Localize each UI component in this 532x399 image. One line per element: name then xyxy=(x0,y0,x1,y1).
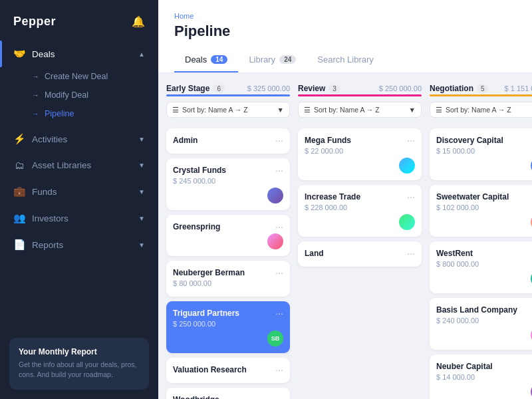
investors-icon: 👥 xyxy=(13,212,25,224)
kanban-col-review: Review 3 $ 250 000.00 ☰ Sort by: Name A … xyxy=(298,84,422,271)
app-logo: Pepper xyxy=(13,15,56,29)
chevron-down-icon: ▼ xyxy=(138,215,145,222)
deal-name: Admin xyxy=(173,136,198,145)
more-icon[interactable]: ··· xyxy=(275,221,283,232)
more-icon[interactable]: ··· xyxy=(407,135,415,146)
footer-title: Your Monthly Report xyxy=(19,347,140,356)
col-bar-early-stage xyxy=(166,94,290,96)
deal-card[interactable]: Greenspring ··· xyxy=(166,215,290,256)
sidebar-item-modify-deal[interactable]: → Modify Deal xyxy=(0,86,158,104)
more-icon[interactable]: ··· xyxy=(275,165,283,176)
deal-amount: $ 250 000.00 xyxy=(173,320,283,328)
sort-chevron-icon: ▼ xyxy=(409,106,416,114)
col-header-negotiation: Negotiation 5 $ 1 151 000.00 ☰ Sort by: … xyxy=(430,84,532,123)
avatar xyxy=(267,188,283,203)
deal-amount: $ 22 000.00 xyxy=(305,147,415,155)
deal-card[interactable]: Sweetwater Capital ··· $ 102 000.00 xyxy=(430,185,532,237)
avatar xyxy=(399,158,415,174)
deal-name: Mega Funds xyxy=(305,136,351,145)
tab-search-library[interactable]: Search Library xyxy=(307,49,384,72)
sort-label: Sort by: Name A → Z xyxy=(446,106,511,114)
more-icon[interactable]: ··· xyxy=(275,308,283,319)
deal-card[interactable]: Valuation Research ··· xyxy=(166,358,290,383)
deal-name: Land xyxy=(305,249,324,258)
deal-name: Triguard Partners xyxy=(173,309,239,318)
tab-deals[interactable]: Deals 14 xyxy=(174,49,238,72)
sidebar-header: Pepper 🔔 xyxy=(0,0,158,41)
sidebar-item-deals[interactable]: 🤝 Deals ▲ xyxy=(0,41,158,67)
sidebar-item-investors[interactable]: 👥 Investors ▼ xyxy=(0,205,158,231)
more-icon[interactable]: ··· xyxy=(275,394,283,399)
deal-amount: $ 14 000.00 xyxy=(436,373,532,381)
deal-card-highlighted[interactable]: Triguard Partners ··· $ 250 000.00 SB xyxy=(166,301,290,353)
more-icon[interactable]: ··· xyxy=(407,192,415,202)
deal-name: Basis Land Company xyxy=(436,305,517,315)
col-sort-negotiation[interactable]: ☰ Sort by: Name A → Z ▼ xyxy=(430,102,532,118)
more-icon[interactable]: ··· xyxy=(407,248,415,259)
more-icon[interactable]: ··· xyxy=(275,364,283,375)
avatar xyxy=(399,214,415,230)
sidebar-item-label: Asset Libraries xyxy=(32,160,138,170)
main-content: Home Pipeline Deals 14 Library 24 Search… xyxy=(158,0,532,399)
page-title: Pipeline xyxy=(174,23,516,40)
sidebar-item-create-new-deal[interactable]: → Create New Deal xyxy=(0,67,158,86)
chevron-down-icon: ▼ xyxy=(138,188,145,196)
sidebar-item-asset-libraries[interactable]: 🗂 Asset Libraries ▼ xyxy=(0,152,158,178)
sort-label: Sort by: Name A → Z xyxy=(182,106,248,114)
col-header-early-stage: Early Stage 6 $ 325 000.00 ☰ Sort by: Na… xyxy=(166,84,290,123)
deal-name: Neuber Capital xyxy=(436,362,493,371)
deal-card[interactable]: Admin ··· xyxy=(166,128,290,154)
col-amount-review: $ 250 000.00 xyxy=(379,84,422,92)
sidebar: Pepper 🔔 🤝 Deals ▲ → Create New Deal → M… xyxy=(0,0,158,399)
avatar xyxy=(267,233,283,249)
chevron-down-icon: ▼ xyxy=(138,241,145,249)
sidebar-item-reports[interactable]: 📄 Reports ▼ xyxy=(0,231,158,258)
bell-icon[interactable]: 🔔 xyxy=(132,15,145,28)
kanban-col-early-stage: Early Stage 6 $ 325 000.00 ☰ Sort by: Na… xyxy=(166,84,290,399)
col-title-negotiation: Negotiation xyxy=(430,84,473,93)
deal-amount: $ 102 000.00 xyxy=(436,203,532,211)
deal-card[interactable]: Neuberger Berman ··· $ 80 000.00 xyxy=(166,261,290,297)
chevron-down-icon: ▼ xyxy=(138,162,145,169)
chevron-up-icon: ▲ xyxy=(138,51,145,58)
col-sort-review[interactable]: ☰ Sort by: Name A → Z ▼ xyxy=(298,102,422,118)
sidebar-nav: 🤝 Deals ▲ → Create New Deal → Modify Dea… xyxy=(0,41,158,331)
col-sort-early-stage[interactable]: ☰ Sort by: Name A → Z ▼ xyxy=(166,102,290,118)
col-bar-review xyxy=(298,94,422,96)
sidebar-item-activities[interactable]: ⚡ Activities ▼ xyxy=(0,126,158,152)
arrow-icon: → xyxy=(32,91,39,99)
col-count-review: 3 xyxy=(329,84,340,93)
col-count-early-stage: 6 xyxy=(213,84,225,93)
kanban-board: Early Stage 6 $ 325 000.00 ☰ Sort by: Na… xyxy=(158,73,532,399)
deal-card[interactable]: Crystal Funds ··· $ 245 000.00 xyxy=(166,158,290,210)
tab-library[interactable]: Library 24 xyxy=(238,49,307,72)
deal-card[interactable]: Discovery Capital ··· $ 15 000.00 AG xyxy=(430,128,532,180)
chevron-down-icon: ▼ xyxy=(138,136,145,143)
more-icon[interactable]: ··· xyxy=(275,267,283,278)
create-new-deal-label: Create New Deal xyxy=(45,72,108,81)
deal-card[interactable]: Basis Land Company ··· $ 240 000.00 xyxy=(430,298,532,350)
deal-amount: $ 245 000.00 xyxy=(173,177,283,185)
sidebar-item-label: Activities xyxy=(32,134,138,144)
deal-card[interactable]: Woodbridge ··· AG xyxy=(166,388,290,399)
deal-card[interactable]: Neuber Capital ··· $ 14 000.00 xyxy=(430,354,532,399)
deal-name: Increase Trade xyxy=(305,192,360,201)
tab-deals-label: Deals xyxy=(185,55,207,65)
deal-card[interactable]: WestRent ··· $ 800 000.00 PM xyxy=(430,241,532,293)
sidebar-item-pipeline[interactable]: → Pipeline xyxy=(0,104,158,123)
deal-amount: $ 228 000.00 xyxy=(305,203,415,211)
sort-icon: ☰ xyxy=(304,106,311,114)
sidebar-item-label: Reports xyxy=(32,240,138,250)
deal-amount: $ 800 000.00 xyxy=(436,260,532,268)
footer-desc: Get the info about all your deals, pros,… xyxy=(19,360,140,381)
deal-card[interactable]: Land ··· xyxy=(298,241,422,267)
sidebar-item-funds[interactable]: 💼 Funds ▼ xyxy=(0,178,158,205)
deal-card[interactable]: Mega Funds ··· $ 22 000.00 xyxy=(298,128,422,180)
more-icon[interactable]: ··· xyxy=(275,135,283,146)
col-header-review: Review 3 $ 250 000.00 ☰ Sort by: Name A … xyxy=(298,84,422,123)
deals-subnav: → Create New Deal → Modify Deal → Pipeli… xyxy=(0,67,158,126)
deal-card[interactable]: Increase Trade ··· $ 228 000.00 xyxy=(298,185,422,237)
sort-icon: ☰ xyxy=(436,106,442,114)
deal-name: Valuation Research xyxy=(173,365,247,374)
deals-icon: 🤝 xyxy=(13,48,25,60)
